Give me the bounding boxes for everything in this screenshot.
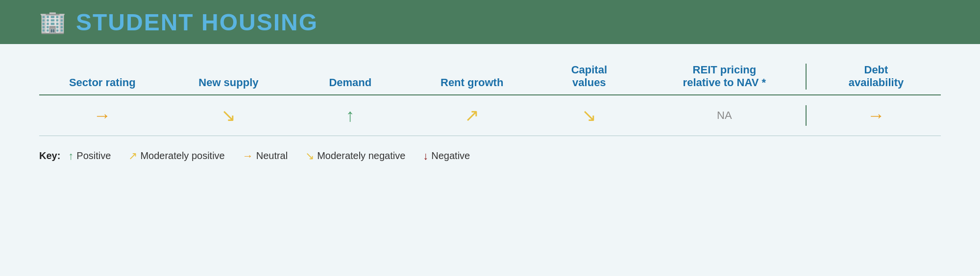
page-header: 🏢 STUDENT HOUSING [0,0,980,44]
legend-mod-positive: ↗ Moderately positive [128,150,224,162]
header-reit: REIT pricingrelative to NAV * [643,64,806,90]
legend-positive: ↑ Positive [68,150,111,162]
table-values-row: → ↘ ↑ ↗ ↘ NA → [39,95,941,136]
neutral-arrow-icon: → [243,150,253,162]
mod-positive-label: Moderately positive [140,150,224,161]
value-demand: ↑ [292,105,409,126]
header-demand: Demand [292,76,409,89]
header-sector: Sector rating [39,76,166,89]
main-content: Sector rating New supply Demand Rent gro… [0,44,980,177]
negative-arrow-icon: ↓ [423,150,428,162]
building-icon: 🏢 [39,9,66,35]
mod-negative-arrow-icon: ↘ [305,150,314,162]
header-debt: Debtavailability [806,64,941,90]
negative-label: Negative [431,150,470,161]
header-supply: New supply [166,76,292,89]
value-reit: NA [643,109,806,122]
positive-label: Positive [76,150,111,161]
legend-row: Key: ↑ Positive ↗ Moderately positive → … [39,150,941,162]
mod-negative-label: Moderately negative [317,150,405,161]
table-header-row: Sector rating New supply Demand Rent gro… [39,64,941,95]
page-title: STUDENT HOUSING [76,9,318,36]
value-capital: ↘ [535,105,643,126]
value-sector: → [39,105,166,126]
legend-negative: ↓ Negative [423,150,470,162]
value-rent: ↗ [409,105,535,126]
neutral-label: Neutral [256,150,288,161]
mod-positive-arrow-icon: ↗ [128,150,137,162]
legend-mod-negative: ↘ Moderately negative [305,150,405,162]
value-debt: → [806,105,941,126]
header-capital: Capitalvalues [535,64,643,90]
positive-arrow-icon: ↑ [68,150,74,162]
data-table: Sector rating New supply Demand Rent gro… [39,64,941,136]
value-supply: ↘ [166,105,292,126]
header-rent: Rent growth [409,76,535,89]
legend-neutral: → Neutral [243,150,288,162]
legend-label: Key: [39,150,60,161]
